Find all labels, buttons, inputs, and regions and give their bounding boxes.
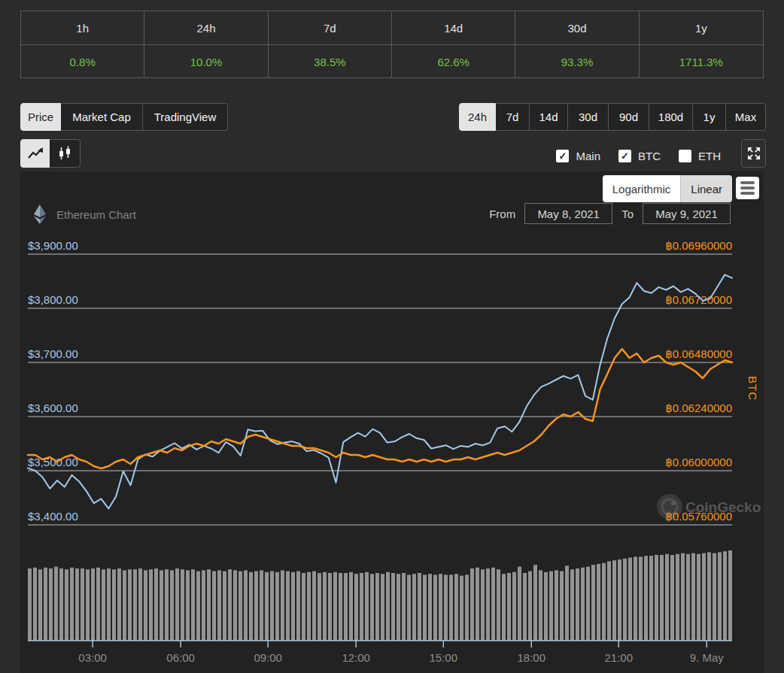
- volume-bar: [639, 556, 643, 641]
- time-range-buttons: 24h 7d 14d 30d 90d 180d 1y Max: [459, 103, 766, 131]
- price-chart-canvas[interactable]: CoinGecko$3,900.00฿0.06960000$3,800.00฿0…: [20, 171, 764, 673]
- volume-bar: [528, 571, 532, 641]
- y-axis-left-label: $3,500.00: [28, 456, 78, 468]
- volume-bar: [365, 572, 369, 641]
- change-col-header: 1h: [21, 11, 144, 45]
- change-col-header: 7d: [269, 11, 392, 45]
- range-90d[interactable]: 90d: [609, 103, 649, 131]
- range-14d[interactable]: 14d: [530, 103, 568, 131]
- volume-bar: [602, 563, 606, 641]
- volume-bar: [54, 567, 58, 641]
- volume-bar: [123, 570, 126, 641]
- eth-checkbox[interactable]: [679, 150, 691, 162]
- volume-bar: [33, 568, 37, 641]
- volume-bar: [360, 573, 363, 641]
- checkbox-eth[interactable]: ETH: [679, 150, 721, 162]
- y-axis-left-label: $3,600.00: [28, 402, 78, 414]
- chart-panel: CoinGecko$3,900.00฿0.06960000$3,800.00฿0…: [20, 171, 764, 673]
- volume-bar: [676, 554, 679, 641]
- hamburger-menu-icon: [740, 181, 755, 184]
- volume-bar: [302, 573, 305, 641]
- volume-bar: [349, 572, 353, 641]
- volume-bar: [512, 572, 516, 641]
- volume-bar: [439, 574, 442, 641]
- volume-bar: [191, 569, 195, 641]
- volume-bar: [586, 567, 590, 641]
- btc-checkbox[interactable]: ✓: [618, 150, 631, 162]
- range-24h[interactable]: 24h: [459, 103, 496, 131]
- change-value: 1711.3%: [640, 45, 763, 78]
- logarithmic-button[interactable]: Logarithmic: [603, 175, 682, 202]
- volume-bar: [202, 570, 205, 641]
- chart-menu-button[interactable]: [736, 177, 759, 199]
- fullscreen-button[interactable]: [741, 139, 766, 168]
- range-1y[interactable]: 1y: [693, 103, 726, 131]
- volume-bar: [728, 550, 732, 641]
- ethereum-icon: [34, 205, 46, 224]
- volume-bar: [333, 572, 337, 641]
- volume-bar: [649, 556, 653, 641]
- linear-button[interactable]: Linear: [681, 175, 732, 202]
- line-chart-button[interactable]: [20, 139, 50, 168]
- change-col-header: 14d: [392, 11, 515, 45]
- volume-bar: [560, 571, 564, 641]
- volume-bar: [497, 569, 500, 641]
- volume-bar: [270, 571, 274, 641]
- volume-bar: [217, 570, 221, 641]
- volume-bar: [576, 568, 579, 641]
- y-axis-left-label: $3,900.00: [28, 239, 78, 252]
- range-180d[interactable]: 180d: [649, 103, 693, 131]
- series-line-eth-usd: [28, 274, 732, 508]
- to-date-input[interactable]: [643, 203, 731, 224]
- candlestick-icon: [56, 145, 73, 162]
- volume-bar: [233, 570, 237, 641]
- tab-tradingview[interactable]: TradingView: [143, 103, 228, 131]
- volume-bar: [723, 551, 727, 641]
- volume-bar: [286, 571, 290, 641]
- candlestick-chart-button[interactable]: [50, 139, 81, 168]
- from-date-input[interactable]: [524, 203, 612, 224]
- range-max[interactable]: Max: [726, 103, 766, 131]
- volume-bar: [502, 574, 506, 641]
- y-axis-left-label: $3,400.00: [28, 510, 78, 523]
- volume-bar: [686, 554, 690, 641]
- volume-bar: [691, 553, 695, 641]
- volume-bar: [539, 570, 542, 641]
- volume-bar: [318, 573, 321, 641]
- volume-bar: [570, 569, 574, 641]
- y-axis-right-label: ฿0.06480000: [665, 347, 732, 360]
- main-checkbox-label: Main: [576, 150, 600, 162]
- checkbox-btc[interactable]: ✓ BTC: [618, 150, 661, 162]
- x-axis-label: 09:00: [254, 651, 282, 664]
- change-value: 62.6%: [392, 45, 515, 78]
- volume-bar: [628, 558, 632, 641]
- volume-bar: [81, 568, 84, 641]
- volume-bar: [249, 572, 253, 641]
- range-7d[interactable]: 7d: [496, 103, 530, 131]
- x-axis-label: 03:00: [78, 651, 107, 664]
- volume-bar: [581, 568, 585, 641]
- volume-bar: [618, 559, 621, 641]
- volume-bar: [465, 574, 469, 641]
- tab-market-cap[interactable]: Market Cap: [61, 103, 143, 131]
- to-label: To: [621, 208, 634, 220]
- volume-bar: [165, 569, 169, 641]
- main-checkbox[interactable]: ✓: [556, 150, 569, 162]
- volume-bar: [112, 569, 116, 641]
- volume-bar: [44, 568, 47, 641]
- volume-bar: [597, 564, 600, 641]
- volume-bar: [296, 571, 300, 641]
- volume-bar: [254, 571, 258, 641]
- volume-bar: [533, 565, 537, 641]
- tab-price[interactable]: Price: [20, 103, 61, 131]
- volume-bar: [275, 572, 279, 641]
- volume-bar: [160, 570, 163, 641]
- series-overlay-toggles: ✓ Main ✓ BTC ETH: [556, 147, 721, 164]
- range-30d[interactable]: 30d: [568, 103, 609, 131]
- volume-bar: [196, 571, 200, 641]
- volume-bar: [454, 574, 458, 641]
- volume-bar: [444, 574, 448, 641]
- right-axis-title: BTC: [746, 376, 759, 401]
- volume-bar: [612, 560, 616, 641]
- checkbox-main[interactable]: ✓ Main: [556, 150, 600, 162]
